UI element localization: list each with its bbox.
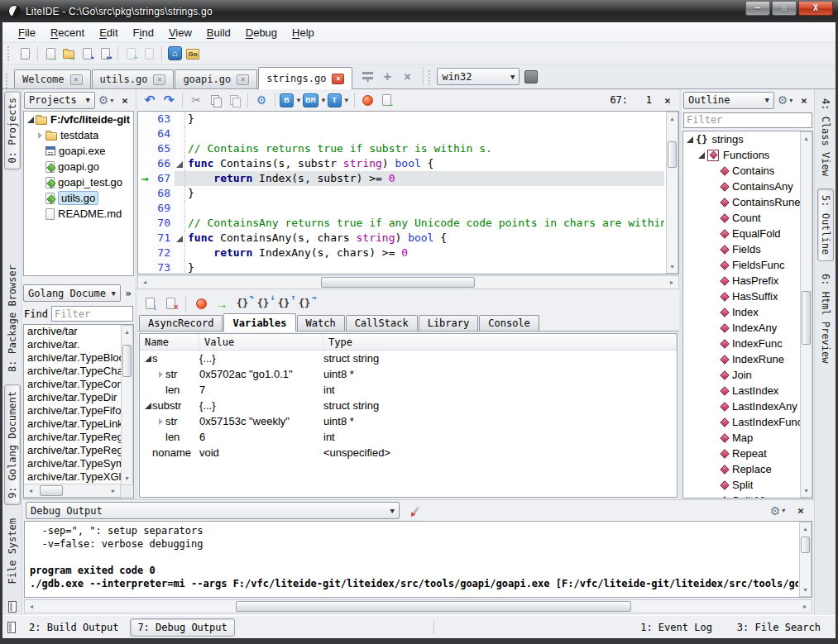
minimize-button[interactable]: – bbox=[745, 2, 770, 16]
menu-item-edit[interactable]: Edit bbox=[92, 24, 125, 41]
output-gear-button[interactable]: ⚙▾ bbox=[769, 503, 786, 519]
code-line[interactable]: 68 } bbox=[138, 186, 664, 201]
collapsed-arrow-icon[interactable] bbox=[159, 371, 163, 378]
outline-vscrollbar[interactable]: ▴ ▾ bbox=[800, 131, 812, 498]
menu-item-help[interactable]: Help bbox=[285, 24, 322, 41]
output-vscrollbar[interactable]: ▴ ▾ bbox=[799, 522, 812, 597]
scroll-down-icon[interactable]: ▾ bbox=[800, 584, 811, 596]
status-tab-2-build-output[interactable]: 2: Build Output bbox=[22, 619, 125, 636]
redo-button[interactable]: ↷ bbox=[160, 91, 178, 109]
outline-item-indexrune[interactable]: IndexRune bbox=[683, 351, 800, 367]
projects-close-button[interactable]: × bbox=[117, 92, 133, 108]
file-down-button[interactable]: ↓ bbox=[141, 294, 159, 312]
panel-layout-icon[interactable] bbox=[8, 601, 17, 613]
code-line[interactable]: 69 bbox=[138, 201, 664, 216]
editor-vscrollbar[interactable]: ▴ ▾ bbox=[666, 112, 678, 274]
doc-list-item[interactable]: archive/tar.TypeXGlobalHeader bbox=[24, 470, 121, 484]
open-file-button[interactable]: → bbox=[41, 45, 60, 63]
outline-item-functions[interactable]: Functions bbox=[683, 147, 800, 163]
status-tab-1-event-log[interactable]: 1: Event Log bbox=[634, 619, 719, 636]
outline-item-indexfunc[interactable]: IndexFunc bbox=[683, 336, 800, 351]
outline-item-repeat[interactable]: Repeat bbox=[683, 446, 800, 461]
scrollbar-thumb[interactable] bbox=[40, 485, 64, 496]
outline-item-containsrune[interactable]: ContainsRune bbox=[683, 194, 800, 210]
tree-item-readme-md[interactable]: README.md bbox=[24, 206, 133, 222]
code-line[interactable]: 73 } bbox=[138, 260, 664, 274]
toolbar-grip[interactable] bbox=[7, 46, 12, 61]
open-folder-button[interactable]: → bbox=[60, 45, 78, 63]
tree-item-goapi-exe[interactable]: goapi.exe bbox=[24, 143, 133, 159]
godoc-vscrollbar[interactable]: ▴ ▾ bbox=[121, 325, 133, 485]
outline-item-strings[interactable]: {}strings bbox=[683, 131, 800, 147]
status-tab-3-file-search[interactable]: 3: File Search bbox=[730, 619, 827, 636]
doc-list-item[interactable]: archive/tar.TypeSymlink bbox=[24, 457, 121, 470]
panel-splitter[interactable] bbox=[22, 276, 135, 283]
sidebar-tab-9-golang-document[interactable]: 9: Golang Document bbox=[4, 384, 21, 505]
scrollbar-thumb[interactable] bbox=[802, 291, 811, 346]
doc-list-item[interactable]: archive/tar.TypeCont bbox=[24, 378, 121, 391]
variable-row[interactable]: len 6 int bbox=[140, 429, 677, 445]
doc-list-item[interactable]: archive/tar.TypeReg bbox=[24, 431, 121, 444]
expanded-arrow-icon[interactable] bbox=[145, 355, 151, 362]
sidebar-toggle-icon[interactable] bbox=[7, 622, 16, 633]
column-header-value[interactable]: Value bbox=[199, 334, 323, 350]
step-into-button[interactable]: {}↓ bbox=[254, 294, 272, 312]
outline-item-count[interactable]: Count bbox=[683, 210, 800, 226]
doc-list-item[interactable]: archive/tar.TypeChar bbox=[24, 365, 121, 378]
scroll-down-icon[interactable]: ▾ bbox=[801, 484, 812, 497]
chevron-down-icon[interactable]: ▼ bbox=[295, 97, 302, 104]
code-text[interactable]: func ContainsAny(s, chars string) bool { bbox=[185, 231, 664, 246]
doc-filter-input[interactable] bbox=[51, 306, 133, 322]
output-hscrollbar[interactable]: ◂ ▸ bbox=[24, 599, 812, 613]
outline-item-contains[interactable]: Contains bbox=[683, 163, 800, 179]
sidebar-tab-0-projects[interactable]: 0: Projects bbox=[4, 91, 21, 169]
code-text[interactable]: return Index(s, substr) >= 0 bbox=[185, 171, 664, 186]
menu-item-view[interactable]: View bbox=[161, 24, 199, 41]
code-text[interactable]: // ContainsAny returns true if any Unico… bbox=[185, 216, 664, 231]
doc-list-item[interactable]: archive/tar.TypeBlock bbox=[24, 351, 121, 365]
scroll-left-icon[interactable]: ◂ bbox=[24, 484, 37, 497]
new-file-button[interactable] bbox=[16, 45, 34, 63]
more-button[interactable]: » bbox=[122, 288, 134, 299]
status-tab-7-debug-output[interactable]: 7: Debug Output bbox=[130, 618, 234, 637]
close-button[interactable]: X bbox=[798, 2, 833, 16]
godoc-button[interactable]: Go bbox=[184, 45, 202, 63]
step-over-button[interactable]: {}↷ bbox=[233, 294, 251, 312]
output-close-button[interactable]: × bbox=[793, 503, 809, 519]
outline-item-index[interactable]: Index bbox=[683, 304, 800, 320]
outline-combo[interactable]: Outline▼ bbox=[683, 92, 774, 109]
scroll-right-icon[interactable]: ▸ bbox=[665, 276, 678, 289]
add-button[interactable]: + bbox=[378, 68, 396, 86]
scroll-up-icon[interactable]: ▴ bbox=[801, 132, 812, 145]
save-all-button[interactable]: ▪▪ bbox=[96, 45, 114, 63]
menu-item-recent[interactable]: Recent bbox=[43, 24, 92, 41]
outline-item-fields[interactable]: Fields bbox=[683, 241, 800, 257]
scroll-left-icon[interactable]: ◂ bbox=[25, 600, 38, 613]
outline-item-replace[interactable]: Replace bbox=[683, 461, 800, 477]
variable-row[interactable]: str 0x5702ac "go1.0.1" uint8 * bbox=[140, 366, 677, 382]
code-text[interactable]: } bbox=[185, 260, 664, 274]
scroll-right-icon[interactable]: ▸ bbox=[798, 600, 812, 613]
expanded-arrow-icon[interactable] bbox=[698, 152, 705, 159]
code-line[interactable]: 65 // Contains returns true if substr is… bbox=[138, 141, 664, 156]
tab-strings-go[interactable]: strings.go × bbox=[258, 67, 352, 89]
menu-item-build[interactable]: Build bbox=[199, 24, 238, 41]
debug-tab-console[interactable]: Console bbox=[479, 315, 539, 331]
outline-item-containsany[interactable]: ContainsAny bbox=[683, 179, 800, 194]
collapsed-arrow-icon[interactable] bbox=[159, 418, 163, 425]
chevron-down-icon[interactable]: ▼ bbox=[320, 97, 327, 104]
sidebar-tab-8-package-browser[interactable]: 8: Package Browser bbox=[5, 259, 20, 378]
fold-column[interactable] bbox=[175, 231, 185, 246]
run-to-line-button[interactable]: {}→ bbox=[295, 294, 314, 312]
outline-item-fieldsfunc[interactable]: FieldsFunc bbox=[683, 257, 800, 273]
doc-list-item[interactable]: archive/tar bbox=[24, 325, 121, 338]
column-header-name[interactable]: Name bbox=[140, 334, 199, 350]
tree-item-goapi-test-go[interactable]: goapi_test.go bbox=[24, 174, 133, 190]
outline-close-button[interactable]: × bbox=[796, 92, 812, 108]
code-line[interactable]: 72 return IndexAny(s, chars) >= 0 bbox=[138, 246, 664, 260]
sidebar-tab-file-system[interactable]: File System bbox=[5, 513, 20, 589]
menu-item-file[interactable]: File bbox=[11, 24, 43, 41]
maximize-button[interactable]: ▫ bbox=[772, 2, 797, 16]
continue-button[interactable]: → bbox=[213, 294, 231, 312]
menu-item-debug[interactable]: Debug bbox=[238, 24, 285, 41]
